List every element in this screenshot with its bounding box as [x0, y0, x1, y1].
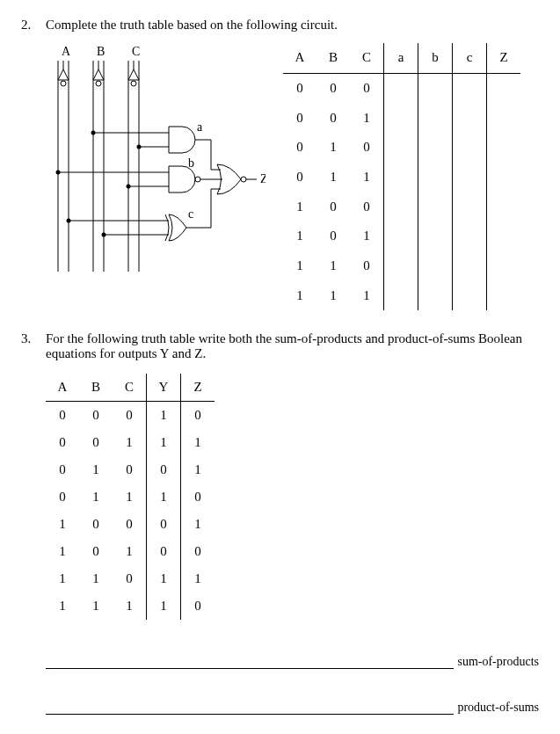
blank-line[interactable]: [46, 667, 454, 669]
table-row: 101: [283, 222, 520, 251]
table-cell: 1: [350, 163, 384, 193]
table-cell[interactable]: [384, 222, 418, 251]
table-cell: 0: [283, 133, 316, 163]
table-header-row: A B C a b c Z: [283, 43, 520, 73]
table-cell[interactable]: [384, 251, 418, 281]
table-row: 001: [283, 103, 520, 133]
table-cell[interactable]: [418, 251, 453, 281]
svg-point-25: [241, 177, 246, 182]
table-cell[interactable]: [418, 133, 453, 163]
table-cell: 0: [147, 511, 181, 538]
col-b: b: [418, 43, 453, 73]
table-cell: 1: [283, 251, 316, 281]
question-number: 2.: [21, 18, 46, 310]
table-cell[interactable]: [487, 73, 521, 103]
table-cell: 0: [113, 402, 147, 430]
table-cell[interactable]: [384, 192, 418, 222]
col-a: a: [384, 43, 418, 73]
table-cell[interactable]: [453, 251, 487, 281]
table-cell: 0: [350, 73, 384, 103]
table-cell: 0: [147, 538, 181, 565]
table-cell[interactable]: [487, 103, 521, 133]
table-cell: 0: [316, 192, 350, 222]
col-B: B: [316, 43, 350, 73]
gate-label-b: b: [188, 156, 194, 170]
table-cell: 1: [79, 592, 113, 620]
table-cell: 1: [316, 280, 350, 310]
table-cell[interactable]: [487, 192, 521, 222]
table-cell: 0: [79, 402, 113, 430]
question-3: 3. For the following truth table write b…: [21, 331, 539, 715]
table-cell: 0: [147, 456, 181, 483]
table-cell[interactable]: [418, 222, 453, 251]
question-prompt-line1: For the following truth table write both…: [46, 331, 539, 346]
table-cell: 0: [46, 456, 79, 483]
table-cell: 1: [147, 402, 181, 430]
input-label-B: B: [97, 45, 105, 58]
table-cell: 0: [283, 73, 316, 103]
table-cell: 1: [147, 483, 181, 511]
table-row: 10001: [46, 511, 215, 538]
col-C: C: [350, 43, 384, 73]
table-row: 010: [283, 133, 520, 163]
table-cell[interactable]: [487, 163, 521, 193]
table-cell[interactable]: [453, 133, 487, 163]
table-cell[interactable]: [384, 133, 418, 163]
gate-b: b: [169, 156, 200, 193]
table-cell: 0: [113, 565, 147, 592]
table-cell: 1: [350, 222, 384, 251]
table-cell: 1: [181, 456, 215, 483]
question-body: Complete the truth table based on the fo…: [46, 18, 539, 310]
svg-point-10: [131, 81, 136, 86]
blank-label-sop: sum-of-products: [457, 655, 539, 669]
table-cell[interactable]: [384, 73, 418, 103]
table-cell: 1: [113, 592, 147, 620]
table-cell[interactable]: [487, 251, 521, 281]
gate-out: Z: [217, 164, 265, 194]
table-row: 110: [283, 251, 520, 281]
blank-label-pos: product-of-sums: [457, 701, 539, 715]
table-cell: 1: [46, 538, 79, 565]
table-cell: 1: [79, 565, 113, 592]
table-cell: 1: [283, 222, 316, 251]
table-cell: 1: [316, 133, 350, 163]
table-cell[interactable]: [453, 280, 487, 310]
table-cell[interactable]: [487, 280, 521, 310]
table-row: 00010: [46, 402, 215, 430]
table-cell[interactable]: [453, 73, 487, 103]
table-row: 01001: [46, 456, 215, 483]
table-header-row: A B C Y Z: [46, 374, 215, 402]
table-cell[interactable]: [384, 103, 418, 133]
table-cell[interactable]: [453, 222, 487, 251]
table-cell: 0: [316, 103, 350, 133]
output-label-Z: Z: [260, 172, 265, 185]
table-cell: 1: [79, 456, 113, 483]
table-cell: 1: [113, 429, 147, 456]
table-cell[interactable]: [384, 163, 418, 193]
table-cell: 0: [79, 538, 113, 565]
table-cell[interactable]: [418, 280, 453, 310]
table-cell: 1: [181, 565, 215, 592]
blank-line[interactable]: [46, 713, 454, 715]
table-cell: 0: [350, 251, 384, 281]
table-cell[interactable]: [418, 192, 453, 222]
table-cell: 0: [181, 592, 215, 620]
table-cell[interactable]: [453, 192, 487, 222]
svg-point-2: [61, 81, 66, 86]
table-cell[interactable]: [418, 73, 453, 103]
table-cell[interactable]: [487, 133, 521, 163]
question-body: For the following truth table write both…: [46, 331, 539, 715]
table-cell[interactable]: [487, 222, 521, 251]
gate-c: c: [165, 207, 193, 241]
table-cell[interactable]: [418, 163, 453, 193]
table-cell[interactable]: [384, 280, 418, 310]
q2-truth-table: A B C a b c Z 000001010011100101110111: [283, 43, 520, 310]
svg-point-13: [91, 131, 96, 135]
q2-content: A B C: [46, 43, 539, 310]
table-cell[interactable]: [453, 103, 487, 133]
table-cell[interactable]: [453, 163, 487, 193]
table-cell: 0: [79, 429, 113, 456]
table-cell[interactable]: [418, 103, 453, 133]
blank-sop: sum-of-products: [46, 655, 539, 669]
table-cell: 1: [316, 251, 350, 281]
